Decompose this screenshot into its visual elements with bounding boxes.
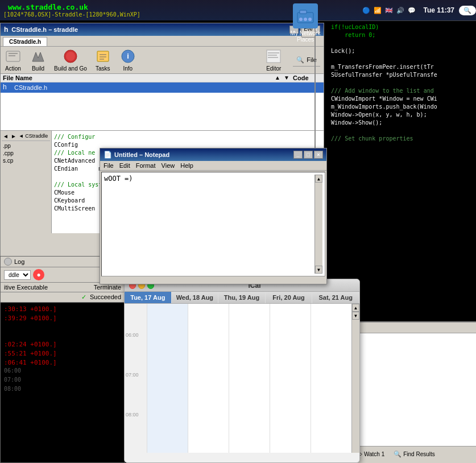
notepad-minimize-button[interactable]: _ bbox=[293, 151, 303, 159]
toolbar-tasks[interactable]: Tasks bbox=[94, 48, 112, 72]
ical-scroll-up[interactable]: ▲ bbox=[352, 304, 359, 312]
ide-titlebar: h CStraddle.h – straddle _ □ × bbox=[1, 23, 324, 36]
log-title: Log bbox=[14, 258, 24, 265]
log-line-3: :55:21 +0100.] bbox=[4, 349, 121, 358]
ical-time-0800: 08:00 bbox=[126, 412, 139, 417]
sidebar-file-1[interactable]: .cpp bbox=[2, 150, 50, 157]
ical-day-sat[interactable] bbox=[311, 304, 351, 453]
ical-day-thu[interactable] bbox=[229, 304, 270, 453]
notepad-maximize-button[interactable]: □ bbox=[304, 151, 313, 159]
ical-day-fri[interactable] bbox=[270, 304, 311, 453]
notepad-close-button[interactable]: × bbox=[314, 151, 323, 159]
filename: CStraddle.h bbox=[14, 84, 47, 91]
notepad-title-text: Untitled – Notepad bbox=[114, 151, 293, 158]
r-code-blank2 bbox=[317, 55, 474, 63]
build-icon bbox=[29, 48, 47, 64]
ical-day-tue[interactable] bbox=[147, 304, 188, 453]
log-red-button[interactable]: ● bbox=[33, 269, 44, 280]
r-code-6: CWindowImport *Window = new CWi bbox=[317, 95, 474, 103]
action-icon bbox=[4, 48, 22, 64]
tasks-icon bbox=[94, 48, 112, 64]
code-col-header: Code bbox=[293, 75, 321, 81]
bluetooth-icon: 🔵 bbox=[362, 7, 370, 14]
ical-header-sat[interactable]: Sat, 21 Aug bbox=[312, 292, 359, 303]
notepad-menu-edit[interactable]: Edit bbox=[119, 162, 130, 169]
svg-point-9 bbox=[66, 52, 75, 61]
succeeded-label: Succeeded bbox=[90, 293, 121, 300]
editor-icon bbox=[264, 48, 283, 64]
ide-toolbar: Action Build Build and Go bbox=[1, 47, 324, 74]
ical-header-wed[interactable]: Wed, 18 Aug bbox=[172, 292, 219, 303]
network-places-icon[interactable]: My NetworkPlaces bbox=[283, 0, 328, 46]
notepad-window: 📄 Untitled – Notepad _ □ × File Edit For… bbox=[100, 148, 327, 284]
log-time-label3: 08:00 bbox=[4, 386, 121, 395]
toolbar-build-and-go[interactable]: Build and Go bbox=[54, 48, 87, 72]
website-url: www.straddle.co.uk bbox=[3, 3, 140, 11]
editor-label: Editor bbox=[266, 65, 281, 72]
watch-label: Watch 1 bbox=[364, 451, 384, 457]
action-label: Action bbox=[5, 65, 21, 72]
ide-sidebar: ◄ ► ◄ CStraddle .pp .cpp s.cp bbox=[1, 131, 52, 233]
filelist-row[interactable]: h CStraddle.h bbox=[1, 82, 324, 93]
nav-back-btn[interactable]: ◄ bbox=[3, 133, 9, 139]
ical-header-tue[interactable]: Tue, 17 Aug bbox=[125, 292, 172, 303]
r-code-0: if(!ucLocalID) bbox=[317, 23, 474, 31]
svg-point-4 bbox=[308, 18, 312, 21]
svg-point-2 bbox=[299, 18, 303, 21]
log-select[interactable]: ddle bbox=[4, 270, 31, 280]
svg-rect-1 bbox=[300, 10, 307, 14]
ical-day-wed[interactable] bbox=[188, 304, 229, 453]
sidebar-file-0[interactable]: .pp bbox=[2, 142, 50, 150]
notepad-menu-format[interactable]: Format bbox=[136, 162, 156, 169]
ical-header-thu[interactable]: Thu, 19 Aug bbox=[218, 292, 266, 303]
toolbar-editor[interactable]: Editor bbox=[264, 48, 283, 72]
results-tab-find[interactable]: 🔍 Find Results bbox=[391, 449, 437, 459]
notepad-menu-file[interactable]: File bbox=[104, 162, 114, 169]
taskbar-search[interactable]: 🔍 bbox=[459, 6, 476, 15]
tasks-label: Tasks bbox=[96, 65, 110, 72]
notepad-titlebar-buttons: _ □ × bbox=[293, 151, 323, 159]
nav-fwd-btn[interactable]: ► bbox=[11, 133, 16, 139]
chat-icon: 💬 bbox=[408, 7, 416, 14]
scroll-down-button[interactable]: ▼ bbox=[315, 266, 322, 274]
ical-time-col: 06:00 07:00 08:00 bbox=[125, 304, 147, 453]
notepad-menu-view[interactable]: View bbox=[162, 162, 175, 169]
sidebar-file-2[interactable]: s.cp bbox=[2, 157, 50, 164]
toolbar-build[interactable]: Build bbox=[29, 48, 47, 72]
notepad-menu-help[interactable]: Help bbox=[180, 162, 193, 169]
ide-tabs: CStraddle.h bbox=[1, 36, 324, 47]
notepad-textarea[interactable]: wOOT =) bbox=[104, 175, 314, 274]
ical-scrollbar[interactable]: ▲ ▼ bbox=[351, 304, 359, 453]
ical-scroll-down[interactable]: ▼ bbox=[352, 312, 359, 320]
log-line-1: :39:29 +0100.] bbox=[4, 314, 121, 323]
file-type-icon: h bbox=[3, 83, 12, 92]
flag-icon: 🇬🇧 bbox=[385, 7, 393, 14]
notepad-scrollbar[interactable]: ▲ ▼ bbox=[314, 175, 322, 274]
notepad-menubar: File Edit Format View Help bbox=[100, 161, 326, 171]
r-code-9: Window->Show(); bbox=[317, 119, 474, 127]
log-line-2: :02:24 +0100.] bbox=[4, 340, 121, 349]
r-code-10: /// Set chunk properties bbox=[317, 135, 474, 143]
toolbar-info[interactable]: i Info bbox=[119, 48, 137, 72]
log-content: :30:13 +0100.] :39:29 +0100.] :02:24 +01… bbox=[1, 303, 125, 457]
taskbar-left: www.straddle.co.uk [1024*768,OSX]-Stradd… bbox=[0, 2, 144, 19]
svg-rect-16 bbox=[267, 50, 280, 63]
notepad-content[interactable]: wOOT =) ▲ ▼ bbox=[101, 172, 325, 276]
ical-header-fri[interactable]: Fri, 20 Aug bbox=[266, 292, 313, 303]
terminate-button[interactable]: Terminate bbox=[94, 284, 121, 291]
log-btn-icon: ● bbox=[36, 271, 40, 279]
build-and-go-label: Build and Go bbox=[54, 65, 87, 72]
taskbar-icons: 🔵 📶 🇬🇧 🔊 💬 bbox=[359, 7, 419, 14]
ical-time-0700: 07:00 bbox=[126, 372, 139, 378]
svg-point-3 bbox=[304, 18, 307, 21]
nav-file-indicator: ◄ CStraddle bbox=[19, 133, 48, 139]
toolbar-action[interactable]: Action bbox=[4, 48, 22, 72]
notepad-title-icon: 📄 bbox=[104, 151, 112, 159]
website-subtitle: [1024*768,OSX]-Straddle-[1280*960,WinXP] bbox=[3, 11, 140, 18]
log-succeeded-bar: ✓ Succeeded bbox=[1, 292, 125, 303]
svg-rect-5 bbox=[6, 51, 20, 61]
ide-tab-cstraddle[interactable]: CStraddle.h bbox=[3, 37, 47, 46]
scroll-up-button[interactable]: ▲ bbox=[315, 175, 322, 183]
wifi-icon: 📶 bbox=[374, 7, 382, 14]
right-code-content[interactable]: if(!ucLocalID) return 0; Lock(); m_Trans… bbox=[315, 21, 476, 197]
